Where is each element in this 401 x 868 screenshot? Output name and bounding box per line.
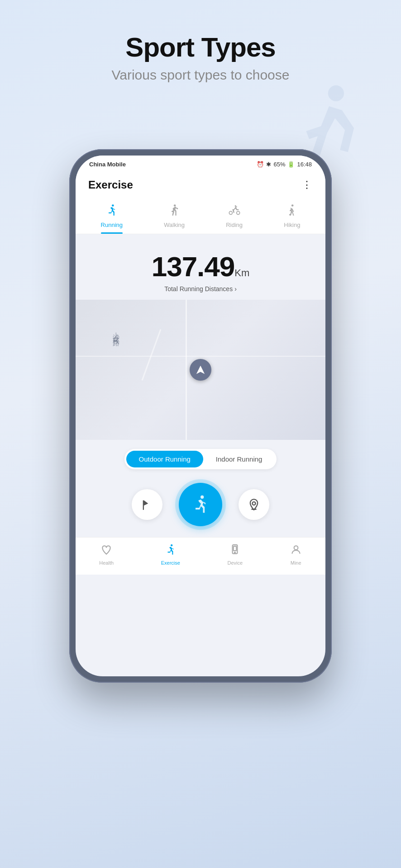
svg-point-10 <box>253 502 256 505</box>
svg-point-2 <box>174 204 176 207</box>
distance-arrow-icon: › <box>234 285 237 292</box>
distance-unit: Km <box>234 267 249 278</box>
page-title: Sport Types <box>0 32 401 63</box>
nav-mine-label: Mine <box>291 560 301 566</box>
tab-hiking[interactable]: Hiking <box>277 200 307 234</box>
status-bar: China Mobile ⏰ ✱ 65% 🔋 16:48 <box>76 156 325 171</box>
svg-point-4 <box>236 211 239 214</box>
status-icons: ⏰ ✱ 65% 🔋 16:48 <box>257 161 312 168</box>
nav-device[interactable]: Device <box>218 542 252 567</box>
nav-exercise-label: Exercise <box>161 560 180 566</box>
tab-running-label: Running <box>101 222 123 228</box>
nav-mine[interactable]: Mine <box>281 542 311 567</box>
map-street-label: 上沙龙秋路 <box>112 327 120 336</box>
health-icon <box>100 544 112 558</box>
tab-riding[interactable]: Riding <box>219 200 250 234</box>
map-area[interactable]: 上沙龙秋路 <box>76 300 325 440</box>
walking-icon <box>168 204 181 220</box>
nav-health-label: Health <box>99 560 114 566</box>
action-buttons <box>76 474 325 537</box>
svg-marker-8 <box>196 366 205 374</box>
nav-health[interactable]: Health <box>90 542 123 567</box>
map-location-button[interactable] <box>190 359 211 381</box>
carrier-label: China Mobile <box>89 161 126 168</box>
svg-rect-7 <box>289 214 290 216</box>
distance-section: 137.49Km Total Running Distances › <box>76 234 325 300</box>
sport-tabs: Running Walking <box>76 196 325 234</box>
running-mode-toggle: Outdoor Running Indoor Running <box>76 440 325 474</box>
map-road-vertical <box>186 300 187 440</box>
svg-point-0 <box>328 85 344 101</box>
tab-walking[interactable]: Walking <box>157 200 192 234</box>
exercise-icon <box>165 544 177 558</box>
running-icon <box>105 204 118 220</box>
tab-walking-label: Walking <box>164 222 185 228</box>
svg-point-6 <box>291 204 294 207</box>
svg-point-3 <box>229 211 232 214</box>
tab-running[interactable]: Running <box>94 200 130 234</box>
distance-label[interactable]: Total Running Distances › <box>85 285 316 292</box>
map-road-horizontal <box>76 356 325 357</box>
svg-point-1 <box>112 204 114 207</box>
riding-icon <box>228 204 241 220</box>
menu-button[interactable]: ⋮ <box>302 179 313 191</box>
svg-point-16 <box>294 546 298 550</box>
indoor-running-button[interactable]: Indoor Running <box>203 451 275 467</box>
svg-rect-14 <box>234 546 237 551</box>
phone-mockup: China Mobile ⏰ ✱ 65% 🔋 16:48 Exercise ⋮ <box>69 149 332 683</box>
start-run-button[interactable] <box>179 483 222 526</box>
distance-value: 137.49 <box>152 251 235 282</box>
page-subtitle: Various sport types to choose <box>0 67 401 83</box>
flag-button[interactable] <box>132 489 162 520</box>
location-pin-button[interactable] <box>239 489 269 520</box>
mine-icon <box>290 544 302 558</box>
nav-exercise[interactable]: Exercise <box>152 542 189 567</box>
app-title: Exercise <box>88 179 133 191</box>
svg-rect-11 <box>251 509 257 509</box>
hiking-icon <box>286 204 298 220</box>
app-header: Exercise ⋮ <box>76 171 325 196</box>
distance-display: 137.49Km <box>85 250 316 283</box>
svg-point-15 <box>234 552 235 553</box>
tab-hiking-label: Hiking <box>284 222 300 228</box>
svg-point-12 <box>171 544 172 546</box>
svg-point-9 <box>200 495 204 499</box>
alarm-icon: ⏰ <box>257 161 264 168</box>
device-icon <box>229 544 241 558</box>
bottom-nav: Health Exercise <box>76 537 325 575</box>
tab-riding-label: Riding <box>226 222 243 228</box>
battery-icon: 🔋 <box>287 161 295 168</box>
svg-point-5 <box>234 205 236 207</box>
nav-device-label: Device <box>227 560 243 566</box>
bluetooth-icon: ✱ <box>266 161 271 168</box>
battery-label: 65% <box>273 161 285 168</box>
outdoor-running-button[interactable]: Outdoor Running <box>126 451 203 467</box>
time-label: 16:48 <box>297 161 312 168</box>
